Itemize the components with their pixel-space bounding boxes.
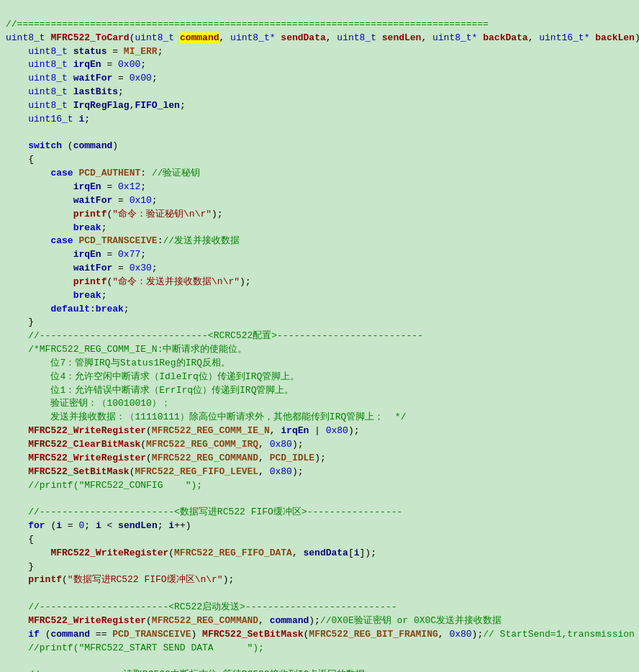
code-editor: //======================================… [0, 0, 639, 672]
